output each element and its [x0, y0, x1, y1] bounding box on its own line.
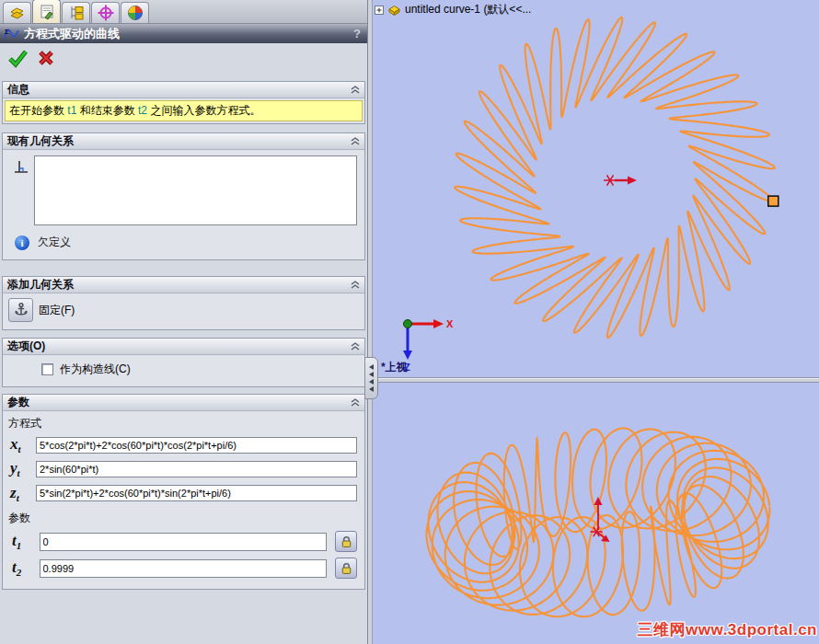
definition-status-row: i 欠定义 [3, 227, 364, 259]
y-equation-input[interactable] [36, 461, 357, 477]
watermark-text: 三维网www.3dportal.cn [638, 619, 817, 640]
origin-marker [604, 175, 637, 185]
equations-label: 方程式 [3, 411, 364, 433]
section-options: 选项(O) 作为构造线(C) [2, 338, 365, 387]
viewport-splitter-handle[interactable] [364, 357, 378, 399]
equation-curve-top-view[interactable] [455, 17, 775, 338]
construction-line-checkbox[interactable] [41, 363, 53, 375]
x-equation-label: xt [10, 435, 36, 454]
tab-displaymanager[interactable] [121, 2, 149, 23]
section-options-header[interactable]: 选项(O) [3, 339, 364, 355]
tab-featuremanager[interactable] [3, 2, 31, 23]
anchor-icon [13, 302, 29, 318]
t2-label: t2 [12, 558, 40, 578]
manager-tab-bar [0, 0, 367, 24]
info-icon: i [15, 236, 29, 250]
equation-row-y: yt [3, 457, 364, 481]
fix-relation-button[interactable] [8, 298, 33, 322]
t1-label: t1 [12, 532, 40, 551]
z-equation-input[interactable] [36, 485, 357, 501]
section-info-header[interactable]: 信息 [3, 82, 364, 98]
property-manager-panel: Σ 方程式驱动的曲线 ? 信息 在开始参数 t1 和结束参数 t2 之间输入参数… [0, 0, 368, 644]
construction-line-label: 作为构造线(C) [60, 362, 131, 377]
lock-icon [340, 561, 353, 575]
svg-text:Σ: Σ [5, 28, 9, 36]
displaymanager-tab-icon [126, 4, 144, 22]
feature-tree-item[interactable]: untitled curve-1 (默认<<... [375, 2, 531, 17]
tab-dimxpert[interactable] [91, 2, 120, 23]
plus-box-icon[interactable] [375, 6, 384, 15]
collapse-chevron-icon[interactable] [351, 342, 360, 351]
definition-status-text: 欠定义 [38, 235, 71, 250]
section-parameters-title: 参数 [7, 395, 29, 410]
info-message: 在开始参数 t1 和结束参数 t2 之间输入参数方程式。 [5, 100, 363, 121]
section-add-relations: 添加几何关系 固定(F) [2, 276, 365, 330]
construction-line-row: 作为构造线(C) [3, 355, 364, 386]
triad-x-label: X [446, 318, 454, 329]
part-icon [387, 4, 401, 16]
orientation-triad: X Z [403, 318, 454, 373]
lock-icon [340, 535, 353, 548]
section-options-title: 选项(O) [7, 339, 45, 354]
section-parameters-header[interactable]: 参数 [3, 395, 364, 411]
t2-lock-button[interactable] [335, 558, 357, 579]
section-existing-relations-title: 现有几何关系 [7, 133, 74, 149]
collapse-arrow-icon [369, 386, 374, 392]
t1-row: t1 [3, 528, 364, 555]
info-message-text: 和结束参数 [76, 104, 138, 117]
fix-relation-row: 固定(F) [3, 293, 364, 329]
x-equation-input[interactable] [36, 437, 357, 454]
collapse-chevron-icon[interactable] [351, 137, 360, 145]
section-add-relations-header[interactable]: 添加几何关系 [3, 277, 364, 293]
relations-listbox[interactable] [34, 155, 357, 225]
isometric-view-viewport[interactable] [373, 383, 819, 644]
equation-curve-icon: Σ [4, 26, 19, 41]
top-view-viewport[interactable]: X Z [373, 0, 819, 377]
collapse-arrow-icon [369, 379, 374, 385]
configurationmanager-tab-icon [67, 4, 86, 22]
t1-input[interactable] [40, 533, 328, 551]
info-message-t2: t2 [138, 104, 147, 117]
y-equation-label: yt [10, 459, 36, 478]
dimxpert-tab-icon [97, 4, 115, 22]
help-button[interactable]: ? [353, 27, 361, 40]
equation-row-z: zt [3, 482, 364, 506]
relation-gutter [8, 155, 34, 225]
collapse-chevron-icon[interactable] [351, 281, 360, 289]
range-label: 参数 [3, 506, 364, 528]
perpendicular-relation-icon [12, 157, 30, 176]
section-info-title: 信息 [7, 82, 29, 98]
propertymanager-tab-icon [38, 3, 56, 21]
info-message-text: 在开始参数 [9, 104, 67, 117]
tab-propertymanager[interactable] [32, 0, 61, 23]
panel-title-bar: Σ 方程式驱动的曲线 ? [0, 24, 367, 43]
tab-configurationmanager[interactable] [62, 2, 90, 23]
ok-cancel-row [0, 43, 367, 71]
equation-row-x: xt [3, 433, 364, 457]
t1-lock-button[interactable] [335, 531, 357, 552]
section-add-relations-title: 添加几何关系 [7, 277, 74, 293]
collapse-chevron-icon[interactable] [351, 398, 360, 407]
section-existing-relations: 现有几何关系 i 欠定义 [2, 132, 365, 260]
section-existing-relations-header[interactable]: 现有几何关系 [3, 133, 364, 150]
t2-input[interactable] [40, 559, 328, 578]
section-parameters: 参数 方程式 xt yt zt 参数 t1 [2, 394, 365, 590]
section-info: 信息 在开始参数 t1 和结束参数 t2 之间输入参数方程式。 [2, 81, 365, 124]
view-orientation-label: *上视 [381, 360, 408, 375]
curve-endpoint-handle[interactable] [768, 196, 779, 206]
panel-title: 方程式驱动的曲线 [24, 26, 120, 42]
z-equation-label: zt [10, 484, 36, 503]
cancel-x-icon[interactable] [38, 50, 54, 66]
collapse-chevron-icon[interactable] [351, 86, 360, 94]
graphics-viewport[interactable]: X Z untitled curve-1 (默认<<... *上视 [373, 0, 819, 644]
existing-relations-content [3, 150, 364, 227]
collapse-arrow-icon [369, 364, 374, 370]
triad-origin-dot [404, 320, 412, 328]
t2-row: t2 [3, 555, 364, 581]
info-message-t1: t1 [67, 104, 76, 117]
collapse-arrow-icon [369, 372, 374, 377]
featuremanager-tab-icon [8, 4, 27, 22]
ok-checkmark-icon[interactable] [7, 49, 29, 68]
info-message-text: 之间输入参数方程式。 [147, 104, 260, 117]
feature-tree-label[interactable]: untitled curve-1 (默认<<... [405, 2, 531, 17]
